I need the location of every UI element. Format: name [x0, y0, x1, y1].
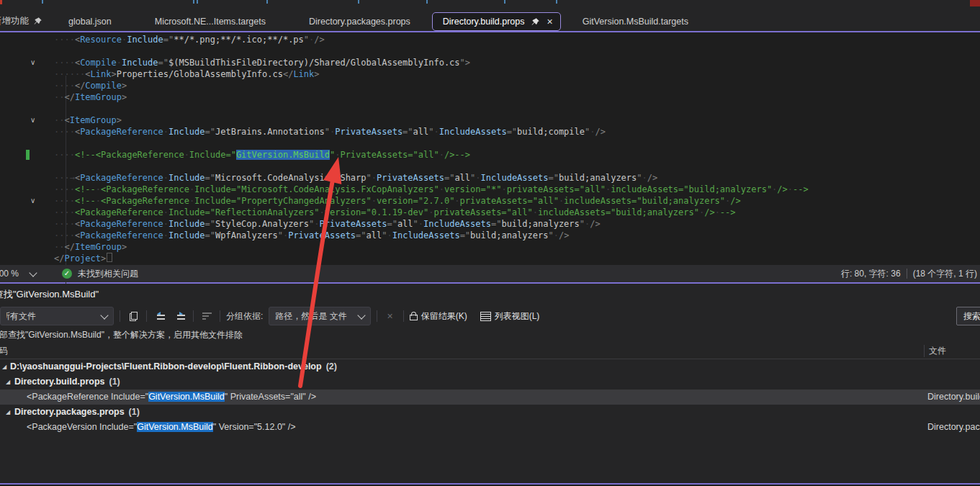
tab-label: GitVersion.MsBuild.targets [583, 17, 688, 27]
code-text: ····<!--·<PackageReference·Include="Prop… [54, 195, 741, 207]
chevron-down-icon [100, 311, 108, 319]
code-segment: StyleCop.Analyzers [215, 219, 309, 229]
code-line[interactable]: ····<Resource·Include="**/*.png;**/*.ico… [0, 34, 980, 45]
tab-global.json[interactable]: global.json [47, 12, 133, 31]
code-segment: ···· [54, 150, 75, 160]
tab-pinned-whats-new[interactable]: 新增功能 [0, 12, 47, 31]
code-line[interactable] [0, 161, 980, 172]
code-line[interactable]: ····<PackageReference·Include="Reflectio… [0, 207, 980, 218]
code-segment: ItemGroup [75, 242, 122, 252]
code-segment: · [475, 173, 480, 183]
code-segment: =" [205, 127, 215, 137]
list-view-button[interactable]: 列表视图(L) [480, 310, 540, 323]
tab-Directory.packages.props[interactable]: Directory.packages.props [287, 12, 432, 31]
code-segment: WpfAnalyzers [215, 230, 278, 240]
code-line[interactable]: ····<!--·<PackageReference·Include="Micr… [0, 184, 980, 195]
code-segment: Include="PropertyChangedAnalyzers" [194, 196, 372, 206]
pin-icon[interactable] [531, 17, 540, 27]
code-line[interactable] [0, 103, 980, 114]
file-types-dropdown[interactable]: 所有文件 [0, 307, 114, 325]
code-segment: /> [777, 184, 787, 194]
code-line[interactable]: ∨····<Compile·Include="$(MSBuildThisFile… [0, 57, 980, 68]
code-line[interactable]: ····<PackageReference·Include="WpfAnalyz… [0, 230, 980, 241]
code-line[interactable]: ······<Link>Properties/GlobalAssemblyInf… [0, 68, 980, 80]
code-segment: </ [54, 253, 64, 264]
code-segment: " [278, 230, 283, 240]
code-segment: ···· [54, 127, 75, 137]
result-match-row[interactable]: <PackageReference Include="GitVersion.Ms… [0, 390, 980, 405]
code-line[interactable]: ··</ItemGroup> [0, 91, 980, 103]
zoom-level-dropdown[interactable]: 100 % [0, 269, 45, 279]
keep-results-button[interactable]: 保留结果(K) [410, 310, 467, 323]
tab-Microsoft.NE...Items.targets[interactable]: Microsoft.NE...Items.targets [133, 12, 287, 31]
toolbar-remnant-mark [426, 0, 428, 4]
code-line[interactable]: ∨····<!--·<PackageReference·Include="Pro… [0, 195, 980, 207]
search-button[interactable]: 搜索 [956, 307, 980, 325]
result-match-row[interactable]: <PackageVersion Include="GitVersion.MsBu… [0, 420, 980, 435]
result-file-row[interactable]: ◢Directory.packages.props(1) [0, 405, 980, 420]
file-column-header[interactable]: 文件 [929, 345, 946, 357]
code-segment: Link [293, 69, 314, 79]
code-line[interactable]: ····<PackageReference·Include="JetBrains… [0, 126, 980, 138]
result-count: (1) [129, 407, 140, 417]
code-line[interactable]: ····<!--<PackageReference·Include="GitVe… [0, 149, 980, 161]
result-file-row[interactable]: ◢Directory.build.props(1) [0, 374, 980, 390]
search-options-button[interactable] [199, 309, 214, 323]
column-divider[interactable] [924, 345, 925, 357]
result-root-row[interactable]: ◢D:\yaoshuanggui-Projects\Fluent.Ribbon-… [0, 359, 980, 374]
tab-GitVersion.MsBuild.targets[interactable]: GitVersion.MsBuild.targets [561, 12, 710, 31]
code-segment: Compile [85, 81, 122, 91]
code-line[interactable] [0, 45, 980, 57]
code-line[interactable]: ∨··<ItemGroup> [0, 114, 980, 126]
code-segment: · [184, 150, 189, 160]
expanded-triangle-icon[interactable]: ◢ [6, 374, 10, 390]
fold-chevron-icon[interactable]: ∨ [30, 57, 35, 68]
expanded-triangle-icon[interactable]: ◢ [2, 359, 6, 374]
code-segment: Include [168, 230, 205, 240]
code-segment: IncludeAssets [423, 219, 491, 229]
code-segment: > [122, 81, 127, 91]
close-icon[interactable]: × [547, 17, 553, 27]
code-text: ····<Compile·Include="$(MSBuildThisFileD… [54, 57, 470, 68]
code-text: ··</ItemGroup> [54, 241, 127, 253]
code-segment: Properties/GlobalAssemblyInfo.cs [117, 69, 283, 79]
group-by-dropdown[interactable]: 路径，然后是 文件 [269, 307, 370, 325]
code-segment: · [96, 184, 101, 194]
code-segment: " [580, 219, 585, 229]
code-segment: < [85, 69, 90, 79]
divider [377, 310, 377, 322]
code-segment: =" [491, 219, 501, 229]
code-column-header[interactable]: 代码 [0, 345, 8, 357]
code-segment: build;analyzers [501, 219, 579, 229]
result-match-code: <PackageReference Include="GitVersion.Ms… [27, 392, 316, 402]
tab-Directory.build.props[interactable]: Directory.build.props× [432, 12, 561, 31]
code-line[interactable]: ····<PackageReference·Include="StyleCop.… [0, 218, 980, 230]
code-segment: Link [91, 69, 112, 79]
code-line[interactable]: ···→<PackageReference·Include="Microsoft… [0, 172, 980, 184]
code-segment: /> [314, 35, 324, 45]
clear-results-button[interactable]: × [383, 309, 397, 323]
code-segment: " [304, 35, 309, 45]
code-line[interactable]: ··</ItemGroup> [0, 241, 980, 253]
code-line[interactable]: ····</Compile> [0, 80, 980, 91]
code-segment: <!-- [75, 184, 96, 194]
code-segment: =" [387, 219, 397, 229]
line-column-indicator[interactable]: 行: 80, 字符: 36 [841, 268, 901, 280]
expanded-triangle-icon[interactable]: ◢ [6, 405, 10, 420]
code-segment: </ [75, 81, 85, 91]
fold-chevron-icon[interactable]: ∨ [30, 195, 35, 207]
code-segment: /> [559, 230, 569, 240]
code-line[interactable]: </Project> [0, 253, 980, 264]
code-segment: " [367, 173, 372, 183]
code-segment: · [501, 184, 506, 194]
expand-all-button[interactable] [173, 309, 187, 323]
fold-chevron-icon[interactable]: ∨ [30, 114, 35, 126]
code-segment: Include [168, 127, 205, 137]
code-segment: ···· [54, 219, 75, 229]
code-line[interactable] [0, 138, 980, 149]
copy-results-button[interactable] [126, 309, 140, 323]
copy-icon [130, 312, 138, 321]
code-segment: Include [127, 35, 163, 45]
code-editor[interactable]: ····<Resource·Include="**/*.png;**/*.ico… [0, 32, 980, 265]
collapse-all-button[interactable] [153, 309, 167, 323]
